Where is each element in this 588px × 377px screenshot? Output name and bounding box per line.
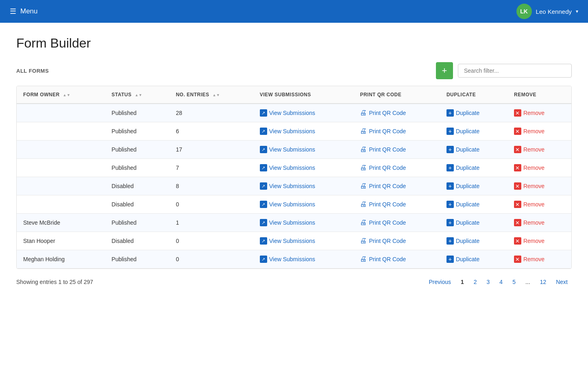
view-submissions-button[interactable]: ↗ View Submissions	[260, 219, 315, 226]
remove-label: Remove	[523, 238, 544, 244]
view-submissions-button[interactable]: ↗ View Submissions	[260, 164, 315, 171]
view-submissions-label: View Submissions	[269, 165, 315, 171]
col-status[interactable]: STATUS ▲▼	[105, 86, 169, 104]
duplicate-button[interactable]: + Duplicate	[446, 146, 479, 153]
remove-button[interactable]: ✕ Remove	[514, 182, 544, 190]
view-submissions-button[interactable]: ↗ View Submissions	[260, 128, 315, 135]
remove-icon: ✕	[514, 237, 521, 245]
view-submissions-button[interactable]: ↗ View Submissions	[260, 182, 315, 190]
view-submissions-button[interactable]: ↗ View Submissions	[260, 237, 315, 245]
view-submissions-icon: ↗	[260, 201, 267, 208]
menu-button[interactable]: ☰ Menu	[10, 7, 38, 16]
cell-print-qr: 🖨 Print QR Code	[353, 214, 440, 232]
cell-remove: ✕ Remove	[507, 159, 571, 177]
view-submissions-button[interactable]: ↗ View Submissions	[260, 256, 315, 263]
pagination-page-3[interactable]: 3	[483, 277, 494, 287]
pagination: Showing entries 1 to 25 of 297 Previous …	[16, 277, 572, 287]
print-icon: 🖨	[360, 164, 367, 172]
pagination-page-12[interactable]: 12	[536, 277, 551, 287]
pagination-controls: Previous 1 2 3 4 5 ... 12 Next	[425, 277, 572, 287]
cell-status: Published	[105, 104, 169, 122]
cell-form-owner: Stan Hooper	[17, 232, 105, 250]
remove-icon: ✕	[514, 128, 521, 135]
remove-label: Remove	[523, 110, 544, 116]
remove-button[interactable]: ✕ Remove	[514, 219, 544, 226]
print-icon: 🖨	[360, 200, 367, 208]
search-input[interactable]	[458, 64, 572, 78]
cell-duplicate: + Duplicate	[440, 122, 507, 141]
print-qr-label: Print QR Code	[369, 256, 406, 262]
remove-button[interactable]: ✕ Remove	[514, 237, 544, 245]
duplicate-label: Duplicate	[456, 201, 479, 208]
table-row: Steve McBride Published 1 ↗ View Submiss…	[17, 214, 571, 232]
remove-label: Remove	[523, 146, 544, 153]
remove-button[interactable]: ✕ Remove	[514, 201, 544, 208]
remove-button[interactable]: ✕ Remove	[514, 256, 544, 263]
remove-icon: ✕	[514, 256, 521, 263]
view-submissions-label: View Submissions	[269, 110, 315, 116]
view-submissions-icon: ↗	[260, 164, 267, 171]
cell-remove: ✕ Remove	[507, 232, 571, 250]
cell-no-entries: 1	[169, 214, 253, 232]
duplicate-button[interactable]: + Duplicate	[446, 256, 479, 263]
pagination-page-5[interactable]: 5	[508, 277, 520, 287]
sort-icon-status: ▲▼	[135, 93, 142, 97]
duplicate-button[interactable]: + Duplicate	[446, 237, 479, 245]
pagination-next[interactable]: Next	[552, 277, 572, 287]
cell-form-owner	[17, 177, 105, 195]
cell-no-entries: 28	[169, 104, 253, 122]
pagination-page-2[interactable]: 2	[470, 277, 481, 287]
print-qr-label: Print QR Code	[369, 146, 406, 153]
cell-no-entries: 0	[169, 232, 253, 250]
cell-print-qr: 🖨 Print QR Code	[353, 232, 440, 250]
print-qr-label: Print QR Code	[369, 128, 406, 134]
pagination-summary: Showing entries 1 to 25 of 297	[16, 279, 93, 285]
duplicate-label: Duplicate	[456, 219, 479, 226]
remove-button[interactable]: ✕ Remove	[514, 146, 544, 153]
duplicate-icon: +	[446, 256, 454, 263]
pagination-previous[interactable]: Previous	[425, 277, 455, 287]
cell-duplicate: + Duplicate	[440, 195, 507, 214]
col-remove: REMOVE	[507, 86, 571, 104]
forms-table: FORM OWNER ▲▼ STATUS ▲▼ NO. ENTRIES ▲▼ V…	[17, 86, 571, 269]
duplicate-button[interactable]: + Duplicate	[446, 128, 479, 135]
pagination-page-4[interactable]: 4	[495, 277, 507, 287]
duplicate-button[interactable]: + Duplicate	[446, 182, 479, 190]
view-submissions-button[interactable]: ↗ View Submissions	[260, 109, 315, 117]
print-icon: 🖨	[360, 182, 367, 190]
remove-label: Remove	[523, 219, 544, 226]
user-menu[interactable]: LK Leo Kennedy ▾	[516, 4, 578, 19]
add-form-button[interactable]: +	[436, 62, 453, 79]
col-no-entries[interactable]: NO. ENTRIES ▲▼	[169, 86, 253, 104]
print-qr-button[interactable]: 🖨 Print QR Code	[360, 109, 406, 117]
remove-button[interactable]: ✕ Remove	[514, 109, 544, 117]
duplicate-button[interactable]: + Duplicate	[446, 219, 479, 226]
view-submissions-button[interactable]: ↗ View Submissions	[260, 201, 315, 208]
duplicate-button[interactable]: + Duplicate	[446, 201, 479, 208]
print-qr-button[interactable]: 🖨 Print QR Code	[360, 164, 406, 172]
forms-table-wrapper: FORM OWNER ▲▼ STATUS ▲▼ NO. ENTRIES ▲▼ V…	[16, 86, 572, 269]
duplicate-button[interactable]: + Duplicate	[446, 164, 479, 171]
print-qr-button[interactable]: 🖨 Print QR Code	[360, 219, 406, 227]
remove-button[interactable]: ✕ Remove	[514, 164, 544, 171]
view-submissions-icon: ↗	[260, 237, 267, 245]
view-submissions-button[interactable]: ↗ View Submissions	[260, 146, 315, 153]
pagination-page-1[interactable]: 1	[457, 277, 468, 287]
col-form-owner[interactable]: FORM OWNER ▲▼	[17, 86, 105, 104]
duplicate-button[interactable]: + Duplicate	[446, 109, 479, 117]
cell-status: Published	[105, 122, 169, 141]
print-qr-button[interactable]: 🖨 Print QR Code	[360, 200, 406, 208]
cell-print-qr: 🖨 Print QR Code	[353, 195, 440, 214]
cell-no-entries: 7	[169, 159, 253, 177]
chevron-down-icon: ▾	[576, 9, 578, 14]
print-qr-button[interactable]: 🖨 Print QR Code	[360, 127, 406, 135]
print-qr-button[interactable]: 🖨 Print QR Code	[360, 237, 406, 245]
print-qr-button[interactable]: 🖨 Print QR Code	[360, 255, 406, 263]
print-qr-button[interactable]: 🖨 Print QR Code	[360, 145, 406, 154]
cell-view-submissions: ↗ View Submissions	[253, 122, 354, 141]
duplicate-label: Duplicate	[456, 128, 479, 134]
remove-button[interactable]: ✕ Remove	[514, 128, 544, 135]
print-icon: 🖨	[360, 127, 367, 135]
print-qr-button[interactable]: 🖨 Print QR Code	[360, 182, 406, 190]
print-icon: 🖨	[360, 255, 367, 263]
